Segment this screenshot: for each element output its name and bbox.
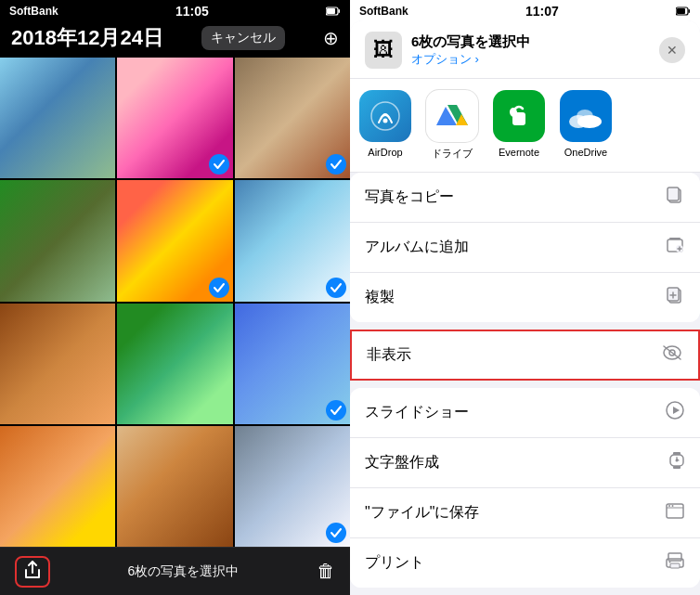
svg-point-37 — [672, 505, 674, 507]
onedrive-icon — [560, 90, 612, 142]
hide-icon — [661, 343, 683, 367]
svg-rect-16 — [669, 238, 681, 239]
bottom-bar-left: 6枚の写真を選択中 🗑 — [0, 547, 350, 595]
left-panel: SoftBank 11:05 2018年12月24日 キャンセル ⊕ — [0, 0, 350, 595]
action-section-hide: 非表示 — [350, 330, 700, 381]
battery-icon-left — [326, 6, 341, 17]
check-mark-9 — [326, 400, 346, 420]
battery-icon-right — [676, 6, 691, 17]
photo-cell-2[interactable] — [117, 58, 232, 178]
check-mark-5 — [209, 278, 229, 298]
action-slideshow[interactable]: スライドショー — [350, 388, 700, 438]
action-label-duplicate: 複製 — [365, 288, 395, 307]
action-label-watch-face: 文字盤作成 — [365, 453, 439, 472]
watch-icon — [668, 450, 685, 475]
onedrive-svg — [568, 103, 603, 129]
app-item-airdrop[interactable]: AirDrop — [359, 90, 411, 161]
add-album-icon — [665, 235, 685, 260]
photo-cell-3[interactable] — [235, 58, 350, 178]
photo-cell-11[interactable] — [117, 426, 232, 547]
slideshow-icon — [665, 400, 685, 425]
photo-cell-9[interactable] — [235, 304, 350, 424]
date-label: 2018年12月24日 — [11, 24, 163, 52]
photo-cell-4[interactable] — [0, 180, 115, 301]
sheet-header: 🖼 6枚の写真を選択中 オプション › ✕ — [350, 20, 700, 79]
sheet-header-text: 6枚の写真を選択中 オプション › — [411, 33, 650, 68]
photo-cell-5[interactable] — [117, 180, 232, 301]
status-bar-right: SoftBank 11:07 — [350, 0, 700, 20]
time-right: 11:07 — [525, 4, 559, 19]
svg-point-41 — [669, 562, 671, 563]
status-bar-left: SoftBank 11:05 — [0, 0, 350, 20]
app-item-onedrive[interactable]: OneDrive — [560, 90, 612, 161]
check-mark-3 — [326, 154, 346, 175]
trash-button[interactable]: 🗑 — [317, 561, 335, 582]
sheet-subtitle[interactable]: オプション › — [411, 51, 650, 68]
svg-rect-4 — [677, 8, 685, 14]
action-add-album[interactable]: アルバムに追加 — [350, 223, 700, 273]
status-icons-left — [326, 6, 341, 17]
action-duplicate[interactable]: 複製 — [350, 273, 700, 322]
action-save-files[interactable]: "ファイル"に保存 — [350, 488, 700, 538]
action-copy-photo[interactable]: 写真をコピー — [350, 173, 700, 223]
share-icon — [22, 560, 43, 580]
plus-button[interactable]: ⊕ — [323, 27, 339, 49]
airdrop-label: AirDrop — [368, 147, 402, 158]
save-files-icon — [665, 500, 685, 525]
action-print[interactable]: プリント — [350, 538, 700, 588]
photo-cell-8[interactable] — [117, 304, 232, 424]
check-mark-12 — [326, 523, 346, 543]
copy-photo-icon — [665, 185, 685, 210]
status-icons-right — [676, 6, 691, 17]
airdrop-icon — [359, 90, 411, 142]
share-button[interactable] — [15, 556, 50, 588]
photo-cell-7[interactable] — [0, 304, 115, 424]
svg-point-12 — [577, 110, 593, 123]
photo-cell-12[interactable] — [235, 426, 350, 547]
drive-label: ドライブ — [432, 147, 473, 161]
svg-rect-2 — [338, 9, 340, 13]
photo-cell-6[interactable] — [235, 180, 350, 301]
svg-rect-38 — [668, 553, 681, 561]
svg-rect-9 — [512, 112, 525, 125]
print-icon — [665, 550, 685, 576]
svg-rect-40 — [670, 563, 680, 568]
action-watch-face[interactable]: 文字盤作成 — [350, 438, 700, 488]
check-mark-2 — [209, 154, 229, 175]
drive-icon — [426, 90, 478, 142]
action-list: 写真をコピー アルバムに追加 複製 — [350, 173, 700, 595]
svg-marker-28 — [673, 407, 680, 414]
evernote-icon — [493, 90, 545, 142]
action-section-2: スライドショー 文字盤作成 "ファイル"に保存 — [350, 388, 700, 588]
right-panel: SoftBank 11:07 🖼 6枚の写真を選択中 オプション › ✕ — [350, 0, 700, 595]
share-sheet: 🖼 6枚の写真を選択中 オプション › ✕ AirDrop — [350, 20, 700, 595]
action-label-save-files: "ファイル"に保存 — [365, 503, 479, 523]
cancel-button[interactable]: キャンセル — [201, 26, 285, 50]
action-label-copy-photo: 写真をコピー — [365, 188, 454, 207]
app-row: AirDrop ドライブ — [350, 79, 700, 173]
header-left: 2018年12月24日 キャンセル ⊕ — [0, 20, 350, 58]
svg-rect-1 — [327, 8, 335, 14]
svg-point-36 — [668, 505, 670, 507]
time-left: 11:05 — [175, 4, 209, 19]
svg-rect-31 — [673, 466, 681, 469]
check-mark-6 — [326, 278, 346, 298]
carrier-left: SoftBank — [9, 5, 58, 18]
evernote-svg — [504, 101, 534, 131]
action-label-add-album: アルバムに追加 — [365, 238, 469, 257]
selection-count: 6枚の写真を選択中 — [128, 563, 240, 580]
sheet-header-icon: 🖼 — [365, 32, 402, 69]
close-button[interactable]: ✕ — [659, 37, 685, 63]
app-item-evernote[interactable]: Evernote — [493, 90, 545, 161]
svg-rect-5 — [688, 9, 690, 13]
action-label-slideshow: スライドショー — [365, 403, 469, 422]
action-hide[interactable]: 非表示 — [352, 331, 698, 379]
carrier-right: SoftBank — [359, 5, 408, 18]
photo-cell-1[interactable] — [0, 58, 115, 178]
photo-cell-10[interactable] — [0, 426, 115, 547]
duplicate-icon — [665, 285, 685, 310]
app-item-drive[interactable]: ドライブ — [426, 90, 478, 161]
evernote-label: Evernote — [499, 147, 539, 158]
drive-svg — [435, 101, 469, 131]
action-label-print: プリント — [365, 553, 424, 573]
